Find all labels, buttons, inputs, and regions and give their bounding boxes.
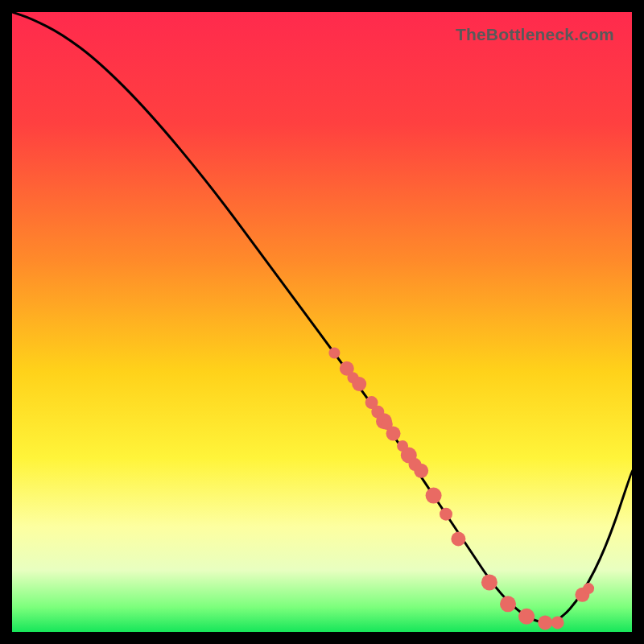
data-point: [440, 508, 452, 521]
plot-area: TheBottleneck.com: [12, 12, 632, 632]
data-point: [518, 609, 535, 625]
data-point: [481, 574, 497, 590]
watermark-label: TheBottleneck.com: [456, 25, 614, 44]
data-point: [386, 427, 401, 441]
data-point: [328, 348, 340, 359]
data-point: [414, 464, 428, 478]
data-point: [426, 488, 442, 504]
data-point: [551, 616, 564, 629]
data-point: [451, 532, 465, 547]
data-point: [352, 377, 366, 391]
data-point: [538, 615, 552, 630]
marker-layer: [12, 12, 632, 632]
chart-stage: TheBottleneck.com: [0, 0, 644, 644]
data-point: [500, 596, 516, 612]
data-point: [583, 583, 594, 594]
